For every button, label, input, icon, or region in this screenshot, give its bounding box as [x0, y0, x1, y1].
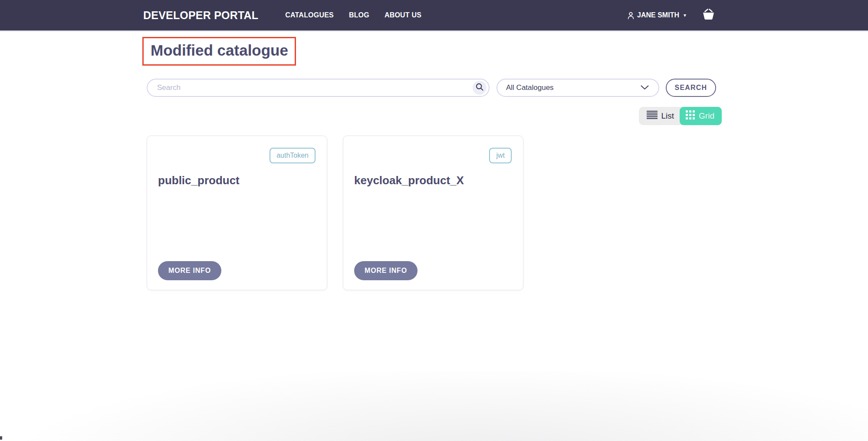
- nav-link-catalogues[interactable]: CATALOGUES: [285, 11, 334, 19]
- navbar-right-section: JANE SMITH ▾: [627, 9, 715, 22]
- view-toggle-row: List Grid: [147, 107, 722, 125]
- basket-icon: [702, 9, 715, 22]
- list-icon: [647, 110, 658, 122]
- product-name: keycloak_product_X: [354, 174, 512, 187]
- catalogue-filter-value: All Catalogues: [506, 83, 554, 92]
- auth-type-badge: authToken: [270, 148, 316, 163]
- product-name: public_product: [158, 174, 316, 187]
- nav-link-blog[interactable]: BLOG: [349, 11, 369, 19]
- product-card: jwt keycloak_product_X MORE INFO: [343, 136, 523, 290]
- chevron-down-icon: [641, 83, 649, 92]
- product-card-grid: authToken public_product MORE INFO jwt k…: [147, 136, 868, 290]
- main-nav: CATALOGUES BLOG ABOUT US: [285, 11, 421, 19]
- page-content: Modified catalogue All Catalogues: [0, 31, 868, 290]
- user-name: JANE SMITH: [637, 11, 679, 19]
- basket-button[interactable]: [702, 9, 715, 22]
- search-field: [147, 79, 490, 97]
- user-menu[interactable]: JANE SMITH ▾: [627, 11, 686, 20]
- more-info-button[interactable]: MORE INFO: [158, 261, 221, 280]
- list-view-button[interactable]: List: [639, 107, 680, 125]
- grid-view-button[interactable]: Grid: [680, 107, 722, 125]
- search-input[interactable]: [156, 83, 466, 93]
- magnifier-icon: [475, 83, 484, 93]
- grid-icon: [686, 110, 695, 122]
- search-row: All Catalogues SEARCH: [147, 79, 720, 97]
- brand-title[interactable]: DEVELOPER PORTAL: [143, 9, 258, 22]
- catalogue-filter-select[interactable]: All Catalogues: [496, 79, 659, 97]
- page-title: Modified catalogue: [151, 42, 288, 59]
- bottom-gradient-shading: [0, 371, 868, 441]
- search-button[interactable]: SEARCH: [666, 79, 716, 97]
- top-navbar: DEVELOPER PORTAL CATALOGUES BLOG ABOUT U…: [0, 0, 868, 31]
- product-card: authToken public_product MORE INFO: [147, 136, 327, 290]
- page-title-highlight-box: Modified catalogue: [142, 37, 296, 66]
- view-toggle: List Grid: [639, 107, 722, 125]
- search-icon-button[interactable]: [473, 81, 487, 95]
- list-view-label: List: [661, 111, 674, 121]
- more-info-button[interactable]: MORE INFO: [354, 261, 418, 280]
- bottom-left-artifact: [0, 436, 2, 440]
- nav-link-about-us[interactable]: ABOUT US: [385, 11, 421, 19]
- grid-view-label: Grid: [699, 111, 714, 121]
- auth-type-badge: jwt: [489, 148, 512, 163]
- chevron-down-icon: ▾: [684, 12, 686, 18]
- person-icon: [627, 11, 635, 20]
